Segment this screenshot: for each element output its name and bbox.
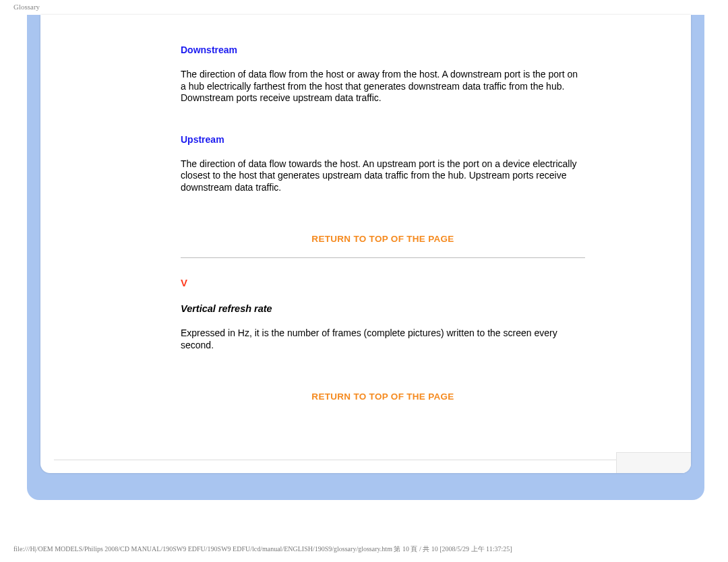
term-upstream-title: Upstream	[181, 134, 585, 145]
page-header-label: Glossary	[13, 3, 40, 11]
vertical-refresh-rate-heading: Vertical refresh rate	[181, 303, 585, 314]
vertical-refresh-rate-body: Expressed in Hz, it is the number of fra…	[181, 327, 585, 351]
term-downstream-body: The direction of data flow from the host…	[181, 69, 585, 104]
outer-frame: Downstream The direction of data flow fr…	[27, 15, 704, 500]
section-divider	[181, 257, 585, 258]
content-column: Downstream The direction of data flow fr…	[181, 15, 585, 402]
page-bottom-divider	[54, 460, 688, 460]
return-to-top-link-1[interactable]: RETURN TO TOP OF THE PAGE	[181, 234, 585, 244]
return-to-top-link-2[interactable]: RETURN TO TOP OF THE PAGE	[181, 392, 585, 402]
section-letter-v: V	[181, 277, 585, 288]
term-downstream-title: Downstream	[181, 44, 585, 55]
corner-notch	[616, 452, 691, 473]
term-upstream-body: The direction of data flow towards the h…	[181, 158, 585, 194]
footer-file-path: file:///H|/OEM MODELS/Philips 2008/CD MA…	[13, 544, 512, 554]
inner-page: Downstream The direction of data flow fr…	[40, 15, 691, 473]
